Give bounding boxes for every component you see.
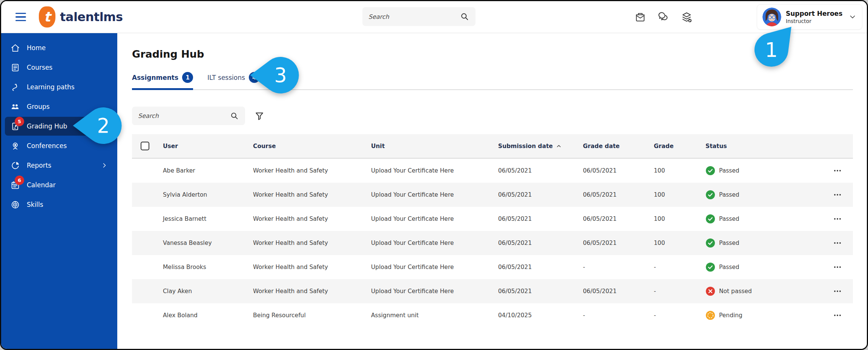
status-label: Passed (719, 216, 739, 222)
passed-icon (705, 238, 715, 248)
column-header-unit[interactable]: Unit (371, 143, 498, 150)
cell-unit: Upload Your Certificate Here (371, 240, 498, 246)
column-header-grade-date[interactable]: Grade date (583, 143, 654, 150)
cell-grade-date: - (583, 264, 654, 271)
cell-grade-date: 06/05/2021 (583, 288, 654, 295)
header-actions (635, 1, 693, 33)
calendar-icon: 6 (10, 180, 20, 190)
cell-unit: Upload Your Certificate Here (371, 264, 498, 271)
cell-course: Worker Health and Safety (253, 191, 371, 198)
cell-submission-date: 06/05/2021 (498, 216, 583, 222)
kebab-menu-icon[interactable] (833, 287, 842, 296)
tab-count-badge: 4 (249, 72, 260, 83)
sidebar-nav: HomeCoursesLearning pathsGroups5Grading … (1, 38, 117, 214)
tab-assignments[interactable]: Assignments 1 (132, 72, 193, 90)
chevron-down-icon (848, 13, 857, 21)
groups-icon (10, 102, 20, 112)
select-all-checkbox[interactable] (141, 142, 149, 150)
tab-label: ILT sessions (207, 74, 245, 81)
global-search-input[interactable] (368, 13, 460, 20)
column-header-status[interactable]: Status (705, 143, 833, 150)
cell-user: Jessica Barnett (163, 216, 253, 222)
user-menu[interactable]: Support Heroes Instructor (757, 4, 862, 30)
messages-icon[interactable] (635, 12, 646, 23)
cell-user: Alex Boland (163, 312, 253, 319)
column-header-grade[interactable]: Grade (654, 143, 705, 150)
cell-grade: - (654, 264, 705, 271)
sidebar-item-groups[interactable]: Groups (5, 97, 113, 116)
row-actions-cell (833, 263, 853, 272)
passed-icon (705, 214, 715, 224)
sidebar-item-label: Courses (27, 64, 108, 71)
column-header-user[interactable]: User (163, 143, 253, 150)
sidebar-item-conferences[interactable]: Conferences (5, 136, 113, 155)
sidebar-item-label: Calendar (27, 181, 108, 189)
cell-grade-date: 06/05/2021 (583, 191, 654, 198)
table-row[interactable]: Abe BarkerWorker Health and SafetyUpload… (132, 159, 853, 183)
table-row[interactable]: Vanessa BeasleyWorker Health and SafetyU… (132, 231, 853, 255)
cell-course: Worker Health and Safety (253, 216, 371, 222)
table-header-row: User Course Unit Submission date Grade d… (132, 134, 853, 159)
cell-grade: 100 (654, 191, 705, 198)
status-label: Passed (719, 167, 739, 174)
column-header-course[interactable]: Course (253, 143, 371, 150)
row-actions-cell (833, 166, 853, 175)
row-actions-cell (833, 214, 853, 223)
table-row[interactable]: Sylvia AldertonWorker Health and SafetyU… (132, 183, 853, 207)
search-icon[interactable] (460, 12, 469, 21)
sidebar-item-grading-hub[interactable]: 5Grading Hub (5, 117, 113, 136)
sidebar-item-label: Groups (27, 103, 108, 110)
talentlms-logo-icon: t (39, 6, 55, 28)
sidebar-item-reports[interactable]: Reports (5, 156, 113, 175)
global-search (362, 7, 475, 26)
grading-table: User Course Unit Submission date Grade d… (132, 134, 853, 327)
cell-user: Abe Barker (163, 167, 253, 174)
hamburger-line (15, 13, 26, 14)
table-row[interactable]: Alex BolandBeing ResourcefulAssignment u… (132, 303, 853, 327)
user-meta: Support Heroes Instructor (786, 10, 848, 24)
skills-icon (10, 200, 20, 209)
sidebar-item-skills[interactable]: Skills (5, 195, 113, 214)
cell-submission-date: 06/05/2021 (498, 191, 583, 198)
cell-unit: Upload Your Certificate Here (371, 167, 498, 174)
hamburger-line (15, 20, 26, 21)
discussions-icon[interactable] (657, 11, 669, 23)
kebab-menu-icon[interactable] (833, 263, 842, 272)
course-stack-icon[interactable] (681, 11, 693, 23)
tab-count-badge: 1 (182, 72, 193, 83)
table-row[interactable]: Jessica BarnettWorker Health and SafetyU… (132, 207, 853, 231)
filter-icon[interactable] (254, 111, 265, 121)
cell-grade-date: 06/05/2021 (583, 240, 654, 246)
sidebar-item-learning-paths[interactable]: Learning paths (5, 78, 113, 96)
sidebar-item-calendar[interactable]: 6Calendar (5, 176, 113, 194)
kebab-menu-icon[interactable] (833, 311, 842, 320)
kebab-menu-icon[interactable] (833, 190, 842, 199)
kebab-menu-icon[interactable] (833, 238, 842, 248)
cell-course: Worker Health and Safety (253, 240, 371, 246)
search-icon[interactable] (230, 111, 239, 121)
notification-badge: 5 (15, 117, 24, 126)
tab-label: Assignments (132, 74, 178, 81)
cell-status: Passed (705, 214, 833, 224)
cell-unit: Upload Your Certificate Here (371, 216, 498, 222)
brand-logo[interactable]: t talentlms (39, 6, 123, 28)
tab-ilt-sessions[interactable]: ILT sessions 4 (207, 72, 260, 90)
cell-course: Being Resourceful (253, 312, 371, 319)
courses-icon (10, 63, 20, 72)
table-row[interactable]: Melissa BrooksWorker Health and SafetyUp… (132, 255, 853, 279)
sidebar: HomeCoursesLearning pathsGroups5Grading … (1, 33, 117, 349)
sidebar-item-home[interactable]: Home (5, 38, 113, 57)
notification-badge: 6 (15, 176, 24, 185)
column-header-submission-date[interactable]: Submission date (498, 143, 583, 150)
kebab-menu-icon[interactable] (833, 166, 842, 175)
hamburger-menu-button[interactable] (15, 13, 26, 21)
sidebar-item-courses[interactable]: Courses (5, 58, 113, 77)
cell-course: Worker Health and Safety (253, 264, 371, 271)
user-name: Support Heroes (786, 10, 848, 17)
table-search-input[interactable] (138, 112, 230, 119)
kebab-menu-icon[interactable] (833, 214, 842, 223)
table-row[interactable]: Clay AkenWorker Health and SafetyUpload … (132, 279, 853, 303)
brand-wordmark: talentlms (60, 10, 123, 24)
cell-grade-date: 06/05/2021 (583, 216, 654, 222)
status-label: Passed (719, 240, 739, 246)
